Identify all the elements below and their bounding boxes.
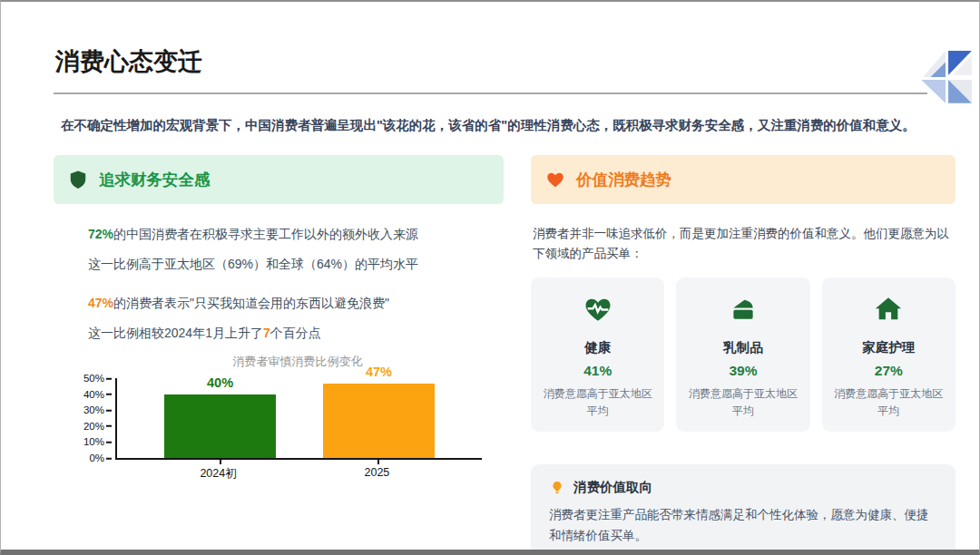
y-tick-label: 40%: [83, 389, 112, 400]
card-name: 乳制品: [683, 339, 802, 356]
card-home-care: 家庭护理 27% 消费意愿高于亚太地区平均: [822, 278, 956, 432]
home-icon: [873, 294, 904, 325]
pinwheel-logo: [919, 51, 974, 114]
bar-chart-yaxis: 50%40%30%20%10%0%: [75, 378, 113, 458]
card-desc: 消费意愿高于亚太地区平均: [683, 385, 802, 419]
shield-icon: [68, 170, 88, 190]
dairy-icon: [728, 294, 759, 325]
stat-line: 这一比例高于亚太地区（69%）和全球（64%）的平均水平: [88, 256, 504, 274]
financial-security-panel: 追求财务安全感 72%的中国消费者在积极寻求主要工作以外的额外收入来源 这一比例…: [54, 155, 504, 555]
heart-pulse-icon: [583, 294, 613, 325]
value-orientation-note: 消费价值取向 消费者更注重产品能否带来情感满足和个性化体验，愿意为健康、便捷和情…: [531, 464, 956, 555]
card-desc: 消费意愿高于亚太地区平均: [829, 385, 948, 419]
card-desc: 消费意愿高于亚太地区平均: [538, 385, 657, 419]
note-title: 消费价值取向: [573, 479, 652, 496]
y-tick-label: 20%: [83, 421, 112, 432]
stat-line: 47%的消费者表示"只买我知道会用的东西以避免浪费": [88, 295, 504, 313]
slide-window: 消费心态变迁 在不确定性增加的宏观背景下，中国消费者普遍呈现出"该花的花，该省的…: [0, 0, 980, 555]
right-panel-intro: 消费者并非一味追求低价，而是更加注重消费的价值和意义。他们更愿意为以下领域的产品…: [533, 224, 954, 263]
card-name: 家庭护理: [829, 339, 948, 356]
bar-value-label: 40%: [164, 375, 276, 390]
right-panel-title: 价值消费趋势: [576, 169, 671, 190]
right-panel-header: 价值消费趋势: [531, 155, 956, 204]
bar-chart: 消费者审慎消费比例变化 50%40%30%20%10%0% 40%47% 202…: [75, 354, 504, 482]
category-cards: 健康 41% 消费意愿高于亚太地区平均 乳制品 39% 消费意愿高于亚太地区平均: [531, 278, 956, 432]
card-dairy: 乳制品 39% 消费意愿高于亚太地区平均: [676, 278, 809, 432]
bar-value-label: 47%: [323, 365, 435, 379]
y-tick-label: 50%: [83, 374, 112, 385]
heart-icon: [545, 170, 565, 190]
y-tick-label: 10%: [83, 437, 112, 448]
card-value: 39%: [683, 363, 802, 379]
left-panel-title: 追求财务安全感: [99, 169, 211, 190]
card-name: 健康: [538, 339, 657, 356]
intro-text: 在不确定性增加的宏观背景下，中国消费者普遍呈现出"该花的花，该省的省"的理性消费…: [61, 116, 948, 135]
card-value: 41%: [538, 363, 657, 379]
note-text: 消费者更注重产品能否带来情感满足和个性化体验，愿意为健康、便捷和情绪价值买单。: [549, 505, 937, 547]
value-consumption-panel: 价值消费趋势 消费者并非一味追求低价，而是更加注重消费的价值和意义。他们更愿意为…: [531, 155, 956, 555]
lightbulb-icon: [549, 480, 565, 496]
left-panel-header: 追求财务安全感: [54, 155, 504, 204]
y-tick-label: 0%: [89, 453, 112, 464]
bar: [164, 394, 276, 458]
page-title: 消费心态变迁: [55, 45, 956, 78]
financial-stats: 72%的中国消费者在积极寻求主要工作以外的额外收入来源 这一比例高于亚太地区（6…: [88, 226, 504, 342]
y-tick-label: 30%: [83, 405, 112, 416]
stat-line: 72%的中国消费者在积极寻求主要工作以外的额外收入来源: [88, 226, 504, 244]
title-divider: [54, 92, 927, 94]
stat-line: 这一比例相较2024年1月上升了7个百分点: [88, 325, 504, 343]
x-axis-label: 2025: [321, 466, 433, 479]
x-axis-label: 2024初: [162, 466, 274, 482]
bar-chart-plot: 40%47%: [115, 378, 482, 460]
bar-chart-xlabels: 2024初2025: [115, 460, 480, 482]
card-health: 健康 41% 消费意愿高于亚太地区平均: [531, 278, 664, 432]
bar: [323, 384, 435, 459]
card-value: 27%: [829, 363, 948, 379]
